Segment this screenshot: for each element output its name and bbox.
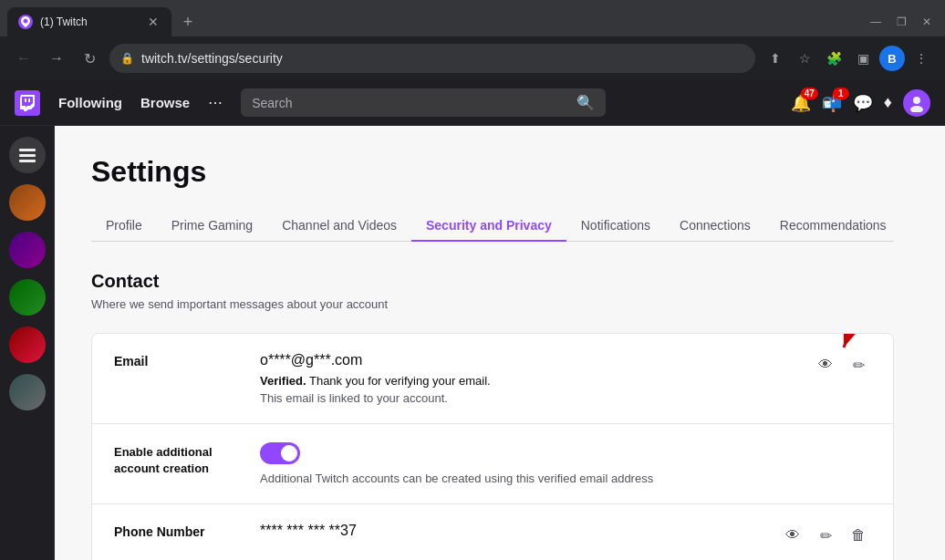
activity-feed-icon[interactable]: 💬 bbox=[853, 93, 873, 113]
search-icon: 🔍 bbox=[576, 94, 595, 111]
browser-tab[interactable]: (1) Twitch ✕ bbox=[7, 7, 171, 36]
notifications-badge: 47 bbox=[801, 88, 818, 99]
email-label: Email bbox=[114, 352, 260, 368]
bookmark-icon[interactable]: ☆ bbox=[792, 46, 817, 71]
verified-text: Verified. Thank you for verifying your e… bbox=[260, 374, 813, 388]
phone-view-btn[interactable]: 👁 bbox=[780, 523, 805, 548]
enable-account-label: Enable additionalaccount creation bbox=[114, 442, 260, 477]
verified-label: Verified. bbox=[260, 374, 306, 388]
main-content: Settings Profile Prime Gaming Channel an… bbox=[55, 126, 945, 560]
enable-account-description: Additional Twitch accounts can be create… bbox=[260, 472, 871, 485]
enable-account-toggle[interactable] bbox=[260, 442, 300, 464]
tab-channel-and-videos[interactable]: Channel and Videos bbox=[267, 211, 411, 242]
extensions-icon[interactable]: 🧩 bbox=[821, 46, 846, 71]
window-close-btn[interactable]: ✕ bbox=[916, 11, 938, 33]
settings-tabs: Profile Prime Gaming Channel and Videos … bbox=[91, 211, 894, 242]
sidebar-avatar-2[interactable] bbox=[9, 232, 46, 268]
following-link[interactable]: Following bbox=[58, 95, 122, 110]
sidebar-item[interactable] bbox=[9, 137, 46, 173]
browse-link[interactable]: Browse bbox=[140, 95, 190, 110]
url-display: twitch.tv/settings/security bbox=[141, 51, 744, 66]
svg-rect-2 bbox=[19, 149, 36, 151]
phone-edit-btn[interactable]: ✏ bbox=[813, 523, 838, 548]
tab-recommendations[interactable]: Recommendations bbox=[765, 211, 901, 242]
svg-point-1 bbox=[910, 106, 923, 112]
twitch-logo-icon bbox=[15, 90, 40, 116]
svg-rect-3 bbox=[19, 154, 36, 157]
contact-card: Email o****@g***.com Verified. Thank you… bbox=[91, 333, 894, 560]
sidebar bbox=[0, 126, 55, 560]
browser-back-btn[interactable]: ← bbox=[11, 46, 36, 71]
lock-icon: 🔒 bbox=[120, 52, 134, 65]
section-title: Contact bbox=[91, 271, 894, 292]
search-bar[interactable]: 🔍 bbox=[241, 88, 606, 117]
page-title: Settings bbox=[91, 155, 894, 189]
linked-text: This email is linked to your account. bbox=[260, 391, 813, 405]
header-actions: 🔔 47 📬 1 💬 ♦ bbox=[791, 89, 930, 117]
notifications-btn[interactable]: 🔔 47 bbox=[791, 93, 811, 113]
browser-refresh-btn[interactable]: ↻ bbox=[77, 46, 102, 71]
content-area: Settings Profile Prime Gaming Channel an… bbox=[0, 126, 945, 560]
sidebar-avatar-1[interactable] bbox=[9, 184, 46, 221]
phone-label: Phone Number bbox=[114, 523, 260, 539]
search-input[interactable] bbox=[252, 96, 569, 110]
tab-title: (1) Twitch bbox=[40, 16, 139, 28]
address-bar[interactable]: 🔒 twitch.tv/settings/security bbox=[109, 44, 755, 73]
email-actions: 👁 ✏ bbox=[813, 352, 871, 378]
user-avatar[interactable] bbox=[903, 89, 930, 117]
sidebar-avatar-5[interactable] bbox=[9, 374, 46, 410]
tab-profile[interactable]: Profile bbox=[91, 211, 157, 242]
verified-message: Thank you for verifying your email. bbox=[306, 374, 491, 388]
svg-point-0 bbox=[913, 97, 920, 104]
more-options-icon[interactable]: ⋮ bbox=[909, 46, 934, 71]
email-view-btn[interactable]: 👁 bbox=[813, 352, 838, 378]
app-nav: Following Browse ⋯ bbox=[58, 94, 223, 111]
phone-delete-btn[interactable]: 🗑 bbox=[846, 523, 871, 548]
email-row: Email o****@g***.com Verified. Thank you… bbox=[92, 334, 893, 424]
inbox-badge: 1 bbox=[833, 88, 849, 99]
browser-forward-btn[interactable]: → bbox=[44, 46, 69, 71]
tab-security-and-privacy[interactable]: Security and Privacy bbox=[411, 211, 566, 242]
toggle-knob bbox=[281, 445, 297, 461]
tab-close-btn[interactable]: ✕ bbox=[146, 15, 161, 29]
tab-prime-gaming[interactable]: Prime Gaming bbox=[157, 211, 267, 242]
browser-profile-btn[interactable]: B bbox=[879, 46, 905, 71]
sidebar-toggle-icon[interactable]: ▣ bbox=[850, 46, 876, 71]
enable-account-row: Enable additionalaccount creation Additi… bbox=[92, 424, 893, 504]
tab-connections[interactable]: Connections bbox=[665, 211, 765, 242]
email-edit-btn[interactable]: ✏ bbox=[846, 352, 871, 378]
nav-more-btn[interactable]: ⋯ bbox=[208, 94, 223, 111]
sidebar-avatar-4[interactable] bbox=[9, 327, 46, 363]
new-tab-button[interactable]: + bbox=[175, 9, 201, 35]
enable-account-content: Additional Twitch accounts can be create… bbox=[260, 442, 871, 485]
twitch-logo[interactable] bbox=[15, 90, 40, 116]
tab-notifications[interactable]: Notifications bbox=[566, 211, 665, 242]
svg-rect-4 bbox=[19, 160, 36, 162]
window-maximize-btn[interactable]: ❐ bbox=[890, 11, 912, 33]
app-header: Following Browse ⋯ 🔍 🔔 47 📬 1 💬 ♦ bbox=[0, 80, 945, 126]
email-content: o****@g***.com Verified. Thank you for v… bbox=[260, 352, 813, 405]
crown-icon[interactable]: ♦ bbox=[884, 93, 892, 112]
email-value: o****@g***.com bbox=[260, 352, 813, 368]
svg-line-6 bbox=[844, 333, 862, 347]
phone-actions: 👁 ✏ 🗑 bbox=[780, 523, 871, 548]
sidebar-avatar-3[interactable] bbox=[9, 279, 46, 316]
phone-content: **** *** *** **37 bbox=[260, 523, 780, 539]
phone-value: **** *** *** **37 bbox=[260, 523, 780, 539]
section-description: Where we send important messages about y… bbox=[91, 297, 894, 311]
phone-row: Phone Number **** *** *** **37 👁 ✏ 🗑 bbox=[92, 504, 893, 560]
tab-favicon bbox=[18, 15, 33, 29]
window-minimize-btn[interactable]: — bbox=[865, 11, 887, 33]
inbox-btn[interactable]: 📬 1 bbox=[822, 93, 842, 113]
share-icon[interactable]: ⬆ bbox=[763, 46, 788, 71]
